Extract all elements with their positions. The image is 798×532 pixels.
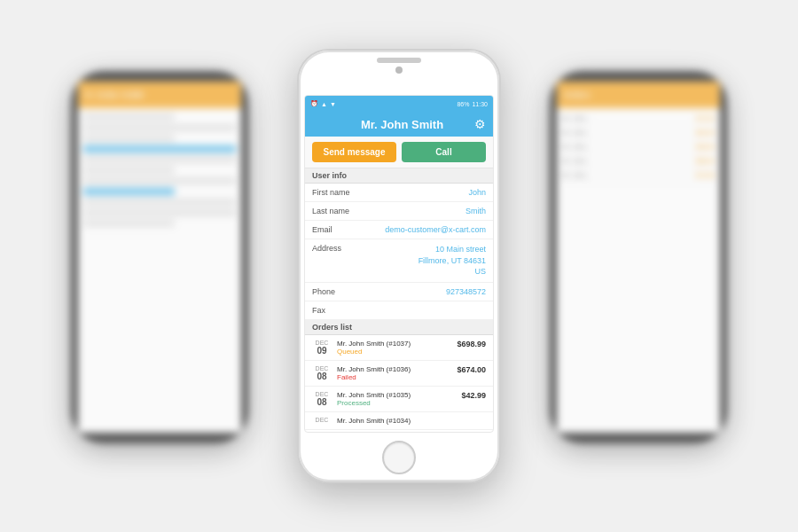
order-item-1037[interactable]: DEC 09 Mr. John Smith (#1037) Queued $69… [305, 335, 493, 361]
status-battery: 86% [457, 101, 469, 107]
field-last-name: Last name Smith [305, 202, 493, 221]
status-alarm: ⏰ [310, 100, 318, 107]
status-wifi: ▲ [321, 101, 327, 107]
phone-main: ⏰ ▲ ▼ 86% 11:30 Mr. John Smith ⚙ Send me… [297, 49, 501, 483]
status-time: 11:30 [472, 101, 488, 107]
field-email: Email demo-customer@x-cart.com [305, 221, 493, 239]
scene: Fr. Order #1088 Orders [0, 0, 798, 532]
home-button[interactable] [382, 441, 416, 474]
order-item-1034[interactable]: DEC Mr. John Smith (#1034) [305, 412, 493, 430]
phone-background-right: Orders Mr. John...$75.00 Mr. John...$52.… [550, 71, 727, 443]
user-info-section-header: User info [305, 168, 493, 184]
app-header: Mr. John Smith ⚙ [305, 112, 493, 137]
field-address: Address 10 Main streetFillmore, UT 84631… [305, 239, 493, 283]
action-buttons: Send message Call [305, 137, 493, 168]
contact-name: Mr. John Smith [330, 118, 474, 131]
order-item-1036[interactable]: DEC 08 Mr. John Smith (#1036) Failed $67… [305, 361, 493, 387]
send-message-button[interactable]: Send message [312, 142, 396, 162]
phone-top [299, 51, 499, 95]
phone-background-left: Fr. Order #1088 [71, 71, 248, 443]
phone-camera [395, 66, 403, 74]
call-button[interactable]: Call [402, 142, 486, 162]
settings-icon[interactable]: ⚙ [474, 117, 486, 131]
status-signal: ▼ [330, 101, 336, 107]
bg-right-header: Orders [557, 82, 720, 108]
field-fax: Fax [305, 301, 493, 320]
field-phone: Phone 927348572 [305, 283, 493, 301]
order-item-1035[interactable]: DEC 08 Mr. John Smith (#1035) Processed … [305, 387, 493, 412]
phone-speaker [377, 58, 421, 63]
status-bar: ⏰ ▲ ▼ 86% 11:30 [305, 96, 493, 112]
phone-screen: ⏰ ▲ ▼ 86% 11:30 Mr. John Smith ⚙ Send me… [304, 95, 494, 433]
field-first-name: First name John [305, 184, 493, 202]
orders-list-section-header: Orders list [305, 320, 493, 335]
phone-bottom [299, 433, 499, 481]
content-area[interactable]: User info First name John Last name Smit… [305, 168, 493, 432]
bg-left-header: Fr. Order #1088 [78, 82, 241, 108]
